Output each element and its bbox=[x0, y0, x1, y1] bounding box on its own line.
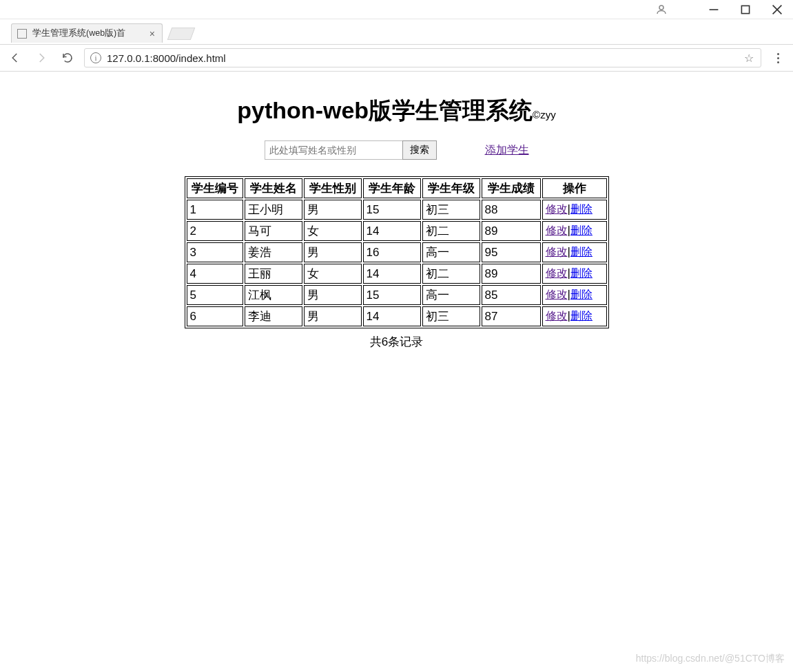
cell-grade: 高一 bbox=[422, 285, 480, 305]
cell-id: 5 bbox=[187, 285, 243, 305]
search-button[interactable]: 搜索 bbox=[402, 140, 437, 160]
page-title-copyright: ©zyy bbox=[533, 109, 556, 120]
cell-id: 3 bbox=[187, 242, 243, 262]
cell-score: 87 bbox=[482, 306, 541, 326]
student-table: 学生编号 学生姓名 学生性别 学生年龄 学生年级 学生成绩 操作 1王小明男15… bbox=[185, 176, 609, 328]
cell-age: 15 bbox=[363, 200, 421, 220]
edit-link[interactable]: 修改 bbox=[546, 310, 568, 322]
cell-name: 王丽 bbox=[245, 264, 302, 284]
new-tab-button[interactable] bbox=[167, 28, 196, 40]
header-age: 学生年龄 bbox=[363, 178, 421, 198]
cell-sex: 男 bbox=[304, 242, 362, 262]
cell-sex: 男 bbox=[304, 306, 362, 326]
forward-button[interactable] bbox=[32, 48, 51, 67]
cell-age: 14 bbox=[363, 221, 421, 241]
cell-age: 14 bbox=[363, 264, 421, 284]
header-id: 学生编号 bbox=[187, 178, 243, 198]
delete-link[interactable]: 删除 bbox=[570, 224, 593, 236]
edit-link[interactable]: 修改 bbox=[546, 246, 568, 258]
browser-toolbar: i 127.0.0.1:8000/index.html ☆ bbox=[0, 44, 793, 72]
table-row: 6李迪男14初三87修改|删除 bbox=[187, 306, 607, 326]
add-student-link[interactable]: 添加学生 bbox=[485, 143, 529, 158]
cell-grade: 高一 bbox=[422, 242, 480, 262]
cell-grade: 初二 bbox=[422, 264, 480, 284]
cell-name: 马可 bbox=[245, 221, 302, 241]
site-info-icon[interactable]: i bbox=[90, 52, 101, 63]
cell-score: 88 bbox=[482, 200, 541, 220]
address-bar[interactable]: i 127.0.0.1:8000/index.html ☆ bbox=[84, 48, 761, 67]
cell-score: 89 bbox=[482, 264, 541, 284]
bookmark-star-icon[interactable]: ☆ bbox=[744, 52, 755, 65]
table-row: 3姜浩男16高一95修改|删除 bbox=[187, 242, 607, 262]
cell-sex: 男 bbox=[304, 285, 362, 305]
cell-age: 15 bbox=[363, 285, 421, 305]
delete-link[interactable]: 删除 bbox=[570, 288, 593, 300]
cell-name: 姜浩 bbox=[245, 242, 302, 262]
browser-tab[interactable]: 学生管理系统(web版)首 × bbox=[11, 23, 163, 43]
header-op: 操作 bbox=[542, 178, 607, 198]
search-group: 搜索 bbox=[265, 140, 437, 160]
cell-op: 修改|删除 bbox=[542, 242, 607, 262]
edit-link[interactable]: 修改 bbox=[546, 288, 568, 300]
page-title-main: python-web版学生管理系统 bbox=[237, 97, 533, 123]
search-input[interactable] bbox=[265, 140, 402, 160]
browser-tabstrip: 学生管理系统(web版)首 × bbox=[0, 19, 793, 44]
cell-op: 修改|删除 bbox=[542, 306, 607, 326]
page-title: python-web版学生管理系统©zyy bbox=[237, 95, 555, 127]
page-viewport: python-web版学生管理系统©zyy 搜索 添加学生 学生编号 学生姓名 … bbox=[0, 72, 793, 672]
cell-name: 江枫 bbox=[245, 285, 302, 305]
table-row: 5江枫男15高一85修改|删除 bbox=[187, 285, 607, 305]
table-row: 4王丽女14初二89修改|删除 bbox=[187, 264, 607, 284]
edit-link[interactable]: 修改 bbox=[546, 224, 568, 236]
cell-id: 4 bbox=[187, 264, 243, 284]
cell-op: 修改|删除 bbox=[542, 200, 607, 220]
cell-sex: 女 bbox=[304, 221, 362, 241]
window-titlebar bbox=[0, 0, 793, 19]
record-summary: 共6条记录 bbox=[370, 334, 423, 350]
cell-op: 修改|删除 bbox=[542, 285, 607, 305]
page-content: python-web版学生管理系统©zyy 搜索 添加学生 学生编号 学生姓名 … bbox=[0, 72, 793, 350]
cell-score: 85 bbox=[482, 285, 541, 305]
cell-id: 6 bbox=[187, 306, 243, 326]
reload-button[interactable] bbox=[58, 48, 77, 67]
delete-link[interactable]: 删除 bbox=[570, 310, 593, 322]
delete-link[interactable]: 删除 bbox=[570, 267, 593, 279]
header-score: 学生成绩 bbox=[482, 178, 541, 198]
cell-grade: 初二 bbox=[422, 221, 480, 241]
tab-title: 学生管理系统(web版)首 bbox=[32, 28, 125, 39]
cell-grade: 初三 bbox=[422, 200, 480, 220]
summary-prefix: 共 bbox=[370, 335, 382, 348]
delete-link[interactable]: 删除 bbox=[570, 246, 593, 258]
cell-name: 王小明 bbox=[245, 200, 302, 220]
cell-age: 16 bbox=[363, 242, 421, 262]
cell-age: 14 bbox=[363, 306, 421, 326]
cell-id: 1 bbox=[187, 200, 243, 220]
delete-link[interactable]: 删除 bbox=[570, 203, 593, 215]
cell-sex: 女 bbox=[304, 264, 362, 284]
summary-suffix: 条记录 bbox=[388, 335, 423, 348]
window-minimize-button[interactable] bbox=[698, 0, 730, 19]
cell-score: 95 bbox=[482, 242, 541, 262]
header-grade: 学生年级 bbox=[422, 178, 480, 198]
cell-op: 修改|删除 bbox=[542, 221, 607, 241]
cell-score: 89 bbox=[482, 221, 541, 241]
edit-link[interactable]: 修改 bbox=[546, 267, 568, 279]
cell-grade: 初三 bbox=[422, 306, 480, 326]
window-maximize-button[interactable] bbox=[730, 0, 761, 19]
table-header-row: 学生编号 学生姓名 学生性别 学生年龄 学生年级 学生成绩 操作 bbox=[187, 178, 607, 198]
header-sex: 学生性别 bbox=[304, 178, 362, 198]
summary-count: 6 bbox=[382, 335, 388, 348]
page-favicon-icon bbox=[17, 29, 27, 39]
cell-name: 李迪 bbox=[245, 306, 302, 326]
chrome-user-icon[interactable] bbox=[646, 0, 677, 19]
chrome-menu-button[interactable] bbox=[768, 48, 787, 67]
back-button[interactable] bbox=[6, 48, 25, 67]
tab-close-button[interactable]: × bbox=[148, 29, 156, 39]
window-close-button[interactable] bbox=[761, 0, 793, 19]
table-row: 2马可女14初二89修改|删除 bbox=[187, 221, 607, 241]
svg-point-0 bbox=[659, 6, 663, 10]
header-name: 学生姓名 bbox=[245, 178, 302, 198]
cell-op: 修改|删除 bbox=[542, 264, 607, 284]
controls-row: 搜索 添加学生 bbox=[265, 140, 529, 160]
edit-link[interactable]: 修改 bbox=[546, 203, 568, 215]
